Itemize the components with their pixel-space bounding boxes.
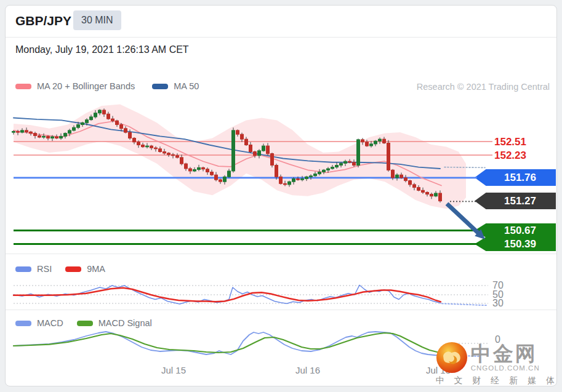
research-credit: Research © 2021 Trading Central bbox=[417, 82, 550, 92]
rsi-9ma-swatch-icon bbox=[65, 266, 81, 272]
rsi-legend: RSI 9MA bbox=[15, 264, 105, 274]
main-rsi-divider bbox=[6, 254, 556, 254]
cngold-logo[interactable]: 中金网 CNGOLD.COM.CN 中 文 财 经 新 媒 体 bbox=[436, 342, 558, 386]
last-price-tag: 151.27 bbox=[475, 193, 556, 209]
ma20-bollinger-legend-label: MA 20 + Bollinger Bands bbox=[37, 81, 135, 91]
macd-legend-label: MACD bbox=[37, 318, 63, 328]
x-axis-label-jul16: Jul 16 bbox=[286, 365, 329, 375]
ma20-bollinger-swatch-icon bbox=[15, 84, 31, 89]
rsi-legend-label: RSI bbox=[37, 264, 52, 274]
chart-card bbox=[5, 5, 557, 386]
resistance-level-label-1: 152.51 bbox=[494, 136, 537, 148]
macd-legend: MACD MACD Signal bbox=[15, 318, 152, 328]
header-divider bbox=[6, 37, 556, 38]
rsi-swatch-icon bbox=[15, 266, 31, 272]
chart-datetime: Monday, July 19, 2021 1:26:13 AM CET bbox=[15, 44, 189, 55]
cngold-name: 中金网 bbox=[471, 343, 540, 364]
x-axis-label-jul15: Jul 15 bbox=[152, 365, 195, 375]
target-price-tag-2: 150.39 bbox=[475, 237, 556, 251]
rsi-9ma-legend-label: 9MA bbox=[87, 264, 105, 274]
rsi-scale-30: 30 bbox=[492, 298, 517, 309]
cngold-domain: CNGOLD.COM.CN bbox=[471, 364, 540, 372]
cngold-tagline: 中 文 财 经 新 媒 体 bbox=[436, 375, 558, 386]
macd-swatch-icon bbox=[15, 321, 31, 326]
timeframe-badge: 30 MIN bbox=[73, 10, 121, 30]
ma50-legend-label: MA 50 bbox=[174, 81, 199, 91]
cngold-cloud-icon bbox=[436, 342, 468, 374]
ma50-swatch-icon bbox=[152, 84, 168, 89]
target-price-tag-1: 150.67 bbox=[475, 223, 556, 238]
macd-signal-swatch-icon bbox=[77, 321, 93, 326]
symbol-title: GBP/JPY bbox=[15, 14, 71, 28]
main-legend: MA 20 + Bollinger Bands MA 50 bbox=[15, 81, 199, 91]
resistance-level-label-2: 152.23 bbox=[494, 150, 537, 162]
support-price-tag: 151.76 bbox=[475, 169, 556, 186]
rsi-macd-divider bbox=[6, 310, 556, 310]
macd-signal-legend-label: MACD Signal bbox=[98, 318, 152, 328]
